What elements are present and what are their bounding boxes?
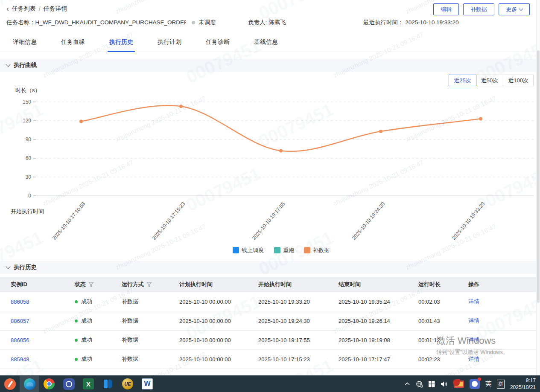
task-name-value: H_WF_DWD_HKAUDIT_COMPANY_PURCHASE_ORDER.… [35,19,186,26]
column-label: 结束时间 [339,281,361,288]
column-label: 计划执行时间 [179,281,213,288]
filter-icon[interactable] [146,282,152,287]
taskbar-app-pen[interactable] [0,376,20,392]
taskbar-app-edge[interactable] [20,376,39,392]
tab-bar: 详细信息任务血缘执行历史执行计划任务诊断基线信息 [0,33,540,52]
tab-执行计划[interactable]: 执行计划 [158,33,181,52]
column-header-计划执行时间: 计划执行时间 [179,281,258,288]
detail-link[interactable]: 详情 [468,298,534,305]
duration-cell: 00:01:12 [418,337,468,343]
run-mode-cell: 补数据 [122,298,179,305]
duration-cell: 00:02:03 [418,299,468,305]
end-time-cell: 2025-10-10 17:17:47 [339,356,418,363]
tab-基线信息[interactable]: 基线信息 [254,33,278,52]
clock-time: 9:17 [510,377,536,384]
taskbar-app-ultraedit[interactable]: UE [118,376,137,392]
header-action-编辑[interactable]: 编辑 [433,3,459,15]
instance-id-link[interactable]: 886057 [11,318,75,324]
owner-value: 陈腾飞 [269,19,286,26]
instance-id-link[interactable]: 885948 [11,356,75,363]
success-dot-icon [75,339,78,342]
ime-pinyin-icon[interactable]: 拼 [497,380,505,389]
range-button-近50次[interactable]: 近50次 [476,75,503,86]
clock-date: 2025/10/21 [510,384,536,391]
header-action-更多[interactable]: 更多 [499,3,530,15]
data-point [179,105,183,108]
column-header-操作: 操作 [468,281,534,288]
start-time-cell: 2025-10-10 17:15:23 [258,356,339,363]
collapse-chevron-icon[interactable] [6,264,10,269]
taskbar-app-excel[interactable]: X [79,376,98,392]
status-text: 成功 [81,317,92,325]
status-cell: 成功 [75,336,122,344]
notification-badge [478,377,481,381]
legend-swatch-线上调度 [233,247,239,253]
y-tick-label: 30 [26,174,32,180]
tray-mail[interactable] [454,380,464,388]
plan-time-cell: 2025-10-10 00:00:00 [179,337,258,343]
instance-id-link[interactable]: 886056 [11,337,75,343]
task-name: 任务名称：H_WF_DWD_HKAUDIT_COMPANY_PURCHASE_O… [6,19,186,26]
vertical-scrollbar[interactable] [536,0,540,375]
tab-执行历史[interactable]: 执行历史 [109,33,133,52]
taskbar-app-im-blue[interactable] [59,376,79,392]
word-icon: W [142,378,153,389]
plan-time-cell: 2025-10-10 00:00:00 [179,356,258,363]
tab-详细信息[interactable]: 详细信息 [13,33,37,52]
task-status: 未调度 [192,19,231,26]
table-row: 886058成功补数据2025-10-10 00:00:002025-10-10… [0,292,540,311]
tray-im-badge[interactable] [470,379,480,389]
column-label: 运行时长 [418,281,441,288]
table-row: 885948成功补数据2025-10-10 00:00:002025-10-10… [0,350,540,369]
column-label: 运行方式 [122,281,144,288]
detail-link[interactable]: 详情 [468,355,534,363]
column-header-实例ID: 实例ID [11,281,75,288]
task-owner: 负责人: 陈腾飞 [248,19,312,26]
tray-icons [404,379,480,389]
range-button-近100次[interactable]: 近100次 [503,75,534,86]
filter-icon[interactable] [88,282,94,287]
scrollbar-thumb[interactable] [537,50,540,303]
y-tick-label: 60 [26,155,32,161]
x-tick-label: 2025-10-10 17:10:58 [51,201,87,241]
x-axis-title: 开始执行时间 [11,208,44,215]
column-header-开始执行时间: 开始执行时间 [258,281,339,288]
success-dot-icon [75,300,78,303]
detail-link[interactable]: 详情 [468,317,534,325]
button-label: 编辑 [441,6,452,13]
taskbar-app-h-app[interactable] [98,376,118,392]
column-label: 操作 [468,281,479,288]
ime-english-indicator[interactable]: 英 [485,380,491,388]
tray-tray-chevron-up[interactable] [404,382,410,386]
run-mode-cell: 补数据 [122,336,179,344]
start-time-cell: 2025-10-10 19:24:30 [258,318,339,324]
legend-swatch-重跑 [274,247,280,253]
collapse-chevron-icon[interactable] [6,62,10,67]
windows-taskbar: XUEW 英 拼 9:17 2025/10/21 [0,375,540,392]
table-body: 886058成功补数据2025-10-10 00:00:002025-10-10… [0,292,540,369]
column-header-结束时间: 结束时间 [339,281,418,288]
history-section-header: 执行历史 [0,261,540,274]
column-label: 状态 [75,281,86,288]
taskbar-app-chrome[interactable] [39,376,59,392]
tab-任务血缘[interactable]: 任务血缘 [61,33,85,52]
mail-icon [454,380,464,388]
last-run-value: 2025-10-10 19:33:20 [405,19,458,26]
start-time-cell: 2025-10-10 19:33:20 [258,299,339,305]
taskbar-app-word[interactable]: W [137,376,157,392]
run-mode-cell: 补数据 [122,317,179,325]
breadcrumb-task-list[interactable]: 任务列表 [12,5,36,13]
tray-win-grid[interactable] [429,381,435,387]
instance-id-link[interactable]: 886058 [11,299,75,305]
tray-network-globe[interactable] [416,380,423,388]
tray-speaker[interactable] [441,381,448,387]
header-action-补数据[interactable]: 补数据 [463,3,494,15]
tab-任务诊断[interactable]: 任务诊断 [206,33,230,52]
range-button-近25次[interactable]: 近25次 [449,75,476,86]
task-detail-page: ‹ 任务列表 / 任务详情 编辑补数据更多 任务名称：H_WF_DWD_HKAU… [0,0,540,375]
detail-link[interactable]: 详情 [468,336,534,344]
taskbar-clock[interactable]: 9:17 2025/10/21 [510,377,536,391]
task-name-label: 任务名称： [6,19,35,26]
back-icon[interactable]: ‹ [6,6,9,12]
legend-label-补数据: 补数据 [313,247,330,253]
